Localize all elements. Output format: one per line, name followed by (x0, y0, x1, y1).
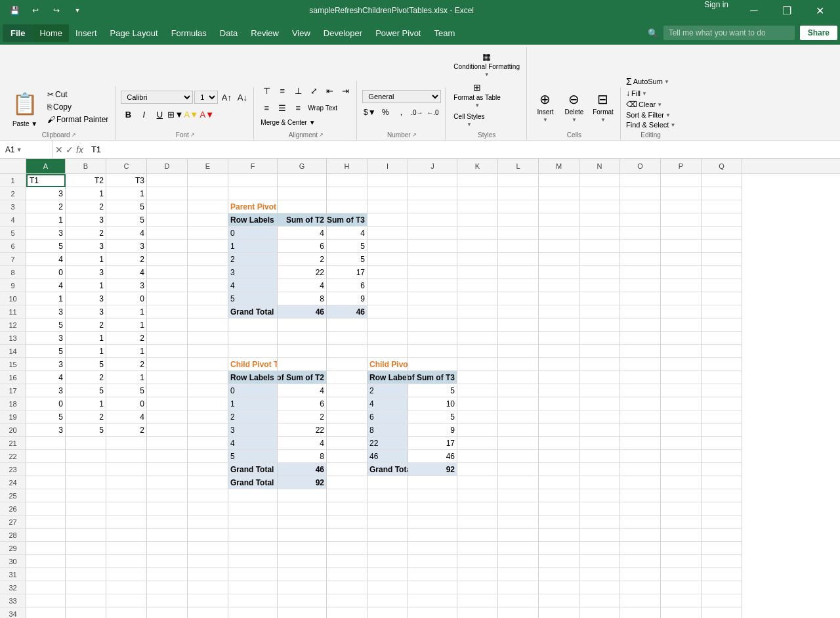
cell[interactable] (579, 240, 620, 253)
col-header-i[interactable]: I (368, 159, 408, 173)
cell[interactable] (368, 266, 408, 279)
cell[interactable] (188, 187, 228, 200)
cell[interactable] (327, 450, 368, 463)
cell[interactable] (327, 529, 368, 542)
cell[interactable] (228, 581, 278, 594)
font-size-select[interactable]: 11 (194, 91, 218, 104)
cell[interactable]: 2 (278, 253, 327, 266)
cell[interactable] (66, 542, 106, 555)
cell[interactable] (702, 516, 742, 529)
row-header[interactable]: 28 (0, 529, 26, 542)
cell[interactable] (408, 489, 457, 502)
cell[interactable] (579, 358, 620, 371)
cell[interactable] (620, 397, 661, 410)
cell[interactable] (498, 187, 539, 200)
cell[interactable] (579, 516, 620, 529)
cell[interactable] (539, 476, 579, 489)
row-header[interactable]: 18 (0, 397, 26, 410)
cell[interactable] (661, 463, 702, 476)
cell[interactable]: 5 (228, 292, 278, 305)
cell[interactable] (327, 502, 368, 516)
cell[interactable] (620, 529, 661, 542)
cell[interactable] (408, 319, 457, 332)
cell[interactable]: 6 (327, 279, 368, 292)
cell[interactable] (278, 174, 327, 187)
cell[interactable] (457, 542, 498, 555)
percent-button[interactable]: % (378, 105, 392, 120)
cell[interactable] (498, 555, 539, 568)
cell[interactable] (620, 607, 661, 618)
cell[interactable] (661, 594, 702, 607)
cell[interactable] (579, 213, 620, 227)
cell[interactable] (278, 516, 327, 529)
cell[interactable] (620, 594, 661, 607)
cell[interactable]: 1 (228, 240, 278, 253)
cell[interactable] (620, 489, 661, 502)
menu-view[interactable]: View (285, 24, 317, 42)
cell[interactable] (368, 607, 408, 618)
cell[interactable] (539, 555, 579, 568)
cell[interactable] (368, 345, 408, 358)
cell[interactable] (579, 594, 620, 607)
cell[interactable] (579, 489, 620, 502)
cell[interactable]: 1 (106, 305, 147, 319)
cell[interactable] (702, 213, 742, 227)
cell[interactable] (327, 463, 368, 476)
number-format-select[interactable]: General (362, 90, 441, 103)
font-expand-icon[interactable]: ↗ (190, 132, 195, 138)
cell[interactable] (327, 489, 368, 502)
cell[interactable] (147, 371, 188, 384)
cell[interactable]: 3 (106, 279, 147, 292)
cell[interactable] (620, 463, 661, 476)
cell[interactable] (539, 332, 579, 345)
cell[interactable] (539, 410, 579, 424)
cell[interactable]: 5 (106, 213, 147, 227)
cell[interactable] (368, 502, 408, 516)
cell[interactable]: 3 (66, 266, 106, 279)
cell[interactable]: 8 (368, 424, 408, 437)
cell[interactable] (661, 384, 702, 397)
cell[interactable] (661, 450, 702, 463)
format-cells-button[interactable]: ⊟ Format ▼ (590, 90, 616, 124)
cell[interactable]: T1 (26, 174, 66, 187)
cell[interactable] (228, 502, 278, 516)
cell[interactable]: 1 (66, 345, 106, 358)
cell[interactable]: 5 (26, 410, 66, 424)
cell[interactable] (702, 332, 742, 345)
cell[interactable] (539, 253, 579, 266)
cell[interactable]: Parent Pivot Table (228, 200, 278, 213)
cell[interactable]: 3 (66, 213, 106, 227)
cell[interactable]: 5 (66, 358, 106, 371)
cell[interactable] (457, 437, 498, 450)
cell[interactable] (457, 345, 498, 358)
cell[interactable] (188, 305, 228, 319)
align-left-button[interactable]: ≡ (259, 100, 274, 115)
cell[interactable] (147, 345, 188, 358)
cell[interactable] (579, 463, 620, 476)
minimize-button[interactable]: ─ (739, 0, 769, 21)
cell[interactable] (408, 187, 457, 200)
cell[interactable] (579, 410, 620, 424)
cell[interactable] (327, 174, 368, 187)
cell[interactable]: 2 (66, 319, 106, 332)
cell[interactable] (188, 279, 228, 292)
menu-home[interactable]: Home (33, 24, 69, 42)
cell[interactable] (498, 463, 539, 476)
cell[interactable]: 22 (278, 266, 327, 279)
cell[interactable]: 4 (106, 266, 147, 279)
cell[interactable] (702, 450, 742, 463)
cell[interactable] (579, 581, 620, 594)
cell[interactable] (498, 437, 539, 450)
restore-button[interactable]: ❐ (772, 0, 802, 21)
cell[interactable] (457, 607, 498, 618)
cell[interactable] (661, 332, 702, 345)
cell[interactable]: 22 (368, 437, 408, 450)
cell[interactable]: 3 (66, 240, 106, 253)
cell[interactable]: 1 (66, 253, 106, 266)
row-header[interactable]: 15 (0, 358, 26, 371)
cell[interactable]: Sum of Sum of T2 (278, 371, 327, 384)
cell[interactable]: 5 (26, 345, 66, 358)
cell[interactable] (228, 516, 278, 529)
row-header[interactable]: 6 (0, 240, 26, 253)
search-input[interactable] (663, 26, 795, 40)
